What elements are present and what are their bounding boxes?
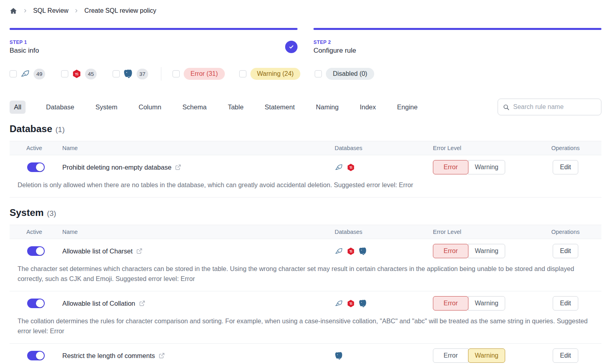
error-level-error-button[interactable]: Error <box>433 296 468 311</box>
step-1-completed-check-icon <box>285 41 298 53</box>
col-name: Name <box>57 145 328 151</box>
mysql-filter-checkbox[interactable] <box>10 70 17 77</box>
tab-table[interactable]: Table <box>227 101 244 114</box>
breadcrumb-current-page: Create SQL review policy <box>84 7 156 14</box>
search-rule-box <box>498 99 601 115</box>
step-1-progress-bar <box>10 28 298 30</box>
external-link-icon[interactable] <box>175 164 181 170</box>
error-level-error-button[interactable]: Error <box>433 348 468 363</box>
rule-row: Allowable list of Collation Error Warnin… <box>10 291 601 344</box>
tidb-icon <box>347 247 355 255</box>
filter-level-warning: Warning (24) <box>239 68 301 80</box>
tidb-count-badge: 45 <box>85 69 97 79</box>
search-input[interactable] <box>513 103 596 111</box>
mysql-icon <box>335 299 343 308</box>
tidb-icon <box>347 299 355 308</box>
warning-filter-checkbox[interactable] <box>239 70 246 77</box>
postgres-icon <box>359 247 367 255</box>
tab-database[interactable]: Database <box>45 101 75 114</box>
home-icon[interactable] <box>10 7 17 15</box>
error-level-error-button[interactable]: Error <box>433 244 468 258</box>
tab-statement[interactable]: Statement <box>264 101 296 114</box>
col-operations: Operations <box>530 229 601 235</box>
filter-level-disabled: Disabled (0) <box>315 68 374 80</box>
filter-bar: 49 45 37 Error (31) Warning (24) Disable… <box>10 67 601 80</box>
step-2-label: STEP 2 <box>313 40 601 45</box>
rule-active-toggle[interactable] <box>27 246 45 256</box>
tab-schema[interactable]: Schema <box>182 101 208 114</box>
step-2: STEP 2 Configure rule <box>313 28 601 55</box>
col-active: Active <box>10 229 57 235</box>
step-2-title: Configure rule <box>313 47 601 55</box>
mysql-icon <box>335 247 343 255</box>
tidb-filter-checkbox[interactable] <box>61 70 68 77</box>
postgres-count-badge: 37 <box>137 69 148 79</box>
tab-system[interactable]: System <box>95 101 118 114</box>
chevron-right-icon <box>74 8 79 13</box>
postgres-filter-checkbox[interactable] <box>113 70 120 77</box>
error-level-segment: Error Warning <box>433 348 530 363</box>
error-filter-checkbox[interactable] <box>173 70 180 77</box>
edit-button[interactable]: Edit <box>553 160 578 174</box>
external-link-icon[interactable] <box>139 300 145 307</box>
toggle-knob <box>36 299 44 307</box>
breadcrumb-sql-review[interactable]: SQL Review <box>33 7 68 14</box>
disabled-filter-checkbox[interactable] <box>315 70 322 77</box>
disabled-filter-pill[interactable]: Disabled (0) <box>326 68 374 80</box>
rule-description: The collation determines the rules for c… <box>10 315 601 343</box>
tidb-icon <box>72 69 81 79</box>
tab-engine[interactable]: Engine <box>396 101 418 114</box>
step-2-progress-bar <box>313 28 601 30</box>
filter-level-error: Error (31) <box>173 68 224 80</box>
col-operations: Operations <box>530 145 601 151</box>
postgres-icon <box>359 299 367 308</box>
section-title: Database <box>10 123 52 135</box>
section-count: (3) <box>47 209 56 218</box>
rule-name: Prohibit deleting non-empty database <box>62 164 171 171</box>
edit-button[interactable]: Edit <box>553 296 578 311</box>
rule-row: Restrict the length of comments Error Wa… <box>10 344 601 364</box>
rule-name: Allowable list of Charset <box>62 247 133 255</box>
external-link-icon[interactable] <box>159 352 165 359</box>
tab-all[interactable]: All <box>10 101 26 114</box>
toggle-knob <box>36 352 44 360</box>
error-level-warning-button[interactable]: Warning <box>468 296 505 311</box>
toggle-knob <box>36 163 44 171</box>
filter-divider <box>161 67 161 81</box>
rule-name: Allowable list of Collation <box>62 300 135 307</box>
col-error-level: Error Level <box>421 145 530 151</box>
table-header: Active Name Databases Error Level Operat… <box>10 141 601 155</box>
error-level-warning-button[interactable]: Warning <box>468 348 505 363</box>
rule-description: Deletion is only allowed when there are … <box>10 179 601 197</box>
tab-column[interactable]: Column <box>138 101 162 114</box>
tab-naming[interactable]: Naming <box>315 101 339 114</box>
filter-engine-mysql: 49 <box>10 69 45 79</box>
rule-active-toggle[interactable] <box>27 162 45 172</box>
error-level-segment: Error Warning <box>433 244 530 258</box>
tidb-icon <box>347 163 355 172</box>
rule-row: Allowable list of Charset Error Warning … <box>10 239 601 291</box>
error-filter-pill[interactable]: Error (31) <box>184 68 224 80</box>
category-tabs: All Database System Column Schema Table … <box>10 101 498 114</box>
section-count: (1) <box>56 125 65 134</box>
search-icon <box>503 104 510 111</box>
rule-active-toggle[interactable] <box>27 299 45 308</box>
col-databases: Databases <box>328 145 421 151</box>
error-level-error-button[interactable]: Error <box>433 160 468 174</box>
external-link-icon[interactable] <box>136 248 143 254</box>
tab-index[interactable]: Index <box>359 101 377 114</box>
error-level-warning-button[interactable]: Warning <box>468 160 505 174</box>
rule-active-toggle[interactable] <box>27 351 45 360</box>
error-level-warning-button[interactable]: Warning <box>468 244 505 258</box>
edit-button[interactable]: Edit <box>553 348 578 363</box>
step-1-label: STEP 1 <box>10 40 298 45</box>
postgres-icon <box>123 69 133 79</box>
toggle-knob <box>36 247 44 255</box>
system-rules-table: Active Name Databases Error Level Operat… <box>10 225 601 364</box>
step-1: STEP 1 Basic info <box>10 28 298 55</box>
edit-button[interactable]: Edit <box>553 244 578 258</box>
warning-filter-pill[interactable]: Warning (24) <box>250 68 301 80</box>
col-active: Active <box>10 145 57 151</box>
col-error-level: Error Level <box>421 229 530 235</box>
breadcrumb: SQL Review Create SQL review policy <box>10 5 601 17</box>
